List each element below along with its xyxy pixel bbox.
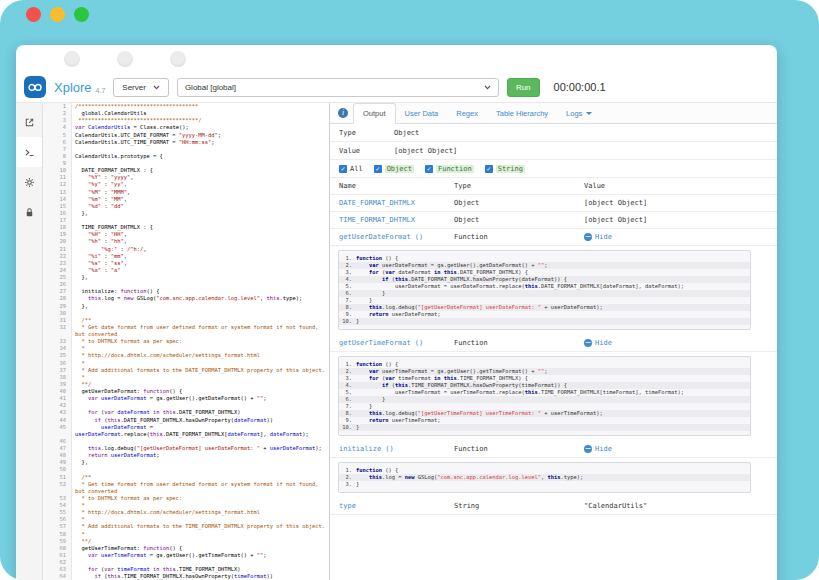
results-table-body: DATE_FORMAT_DHTMLXObject[object Object]T… xyxy=(330,195,777,515)
checkbox[interactable]: ✓ xyxy=(339,165,347,173)
editor-line: 12 "%y" : "yy", xyxy=(43,181,329,188)
editor-line: 10 DATE_FORMAT_DHTMLX : { xyxy=(43,167,329,174)
close-window-icon[interactable] xyxy=(26,7,41,22)
hide-link[interactable]: Hide xyxy=(595,339,612,347)
property-link[interactable]: initialize () xyxy=(339,445,394,453)
code-line: 6. } xyxy=(339,396,750,403)
open-new-window-icon[interactable] xyxy=(16,107,42,137)
terminal-icon[interactable] xyxy=(16,137,42,167)
editor-line: 31 /** xyxy=(43,317,329,324)
maximize-window-icon[interactable] xyxy=(74,7,89,22)
line-number: 4 xyxy=(43,124,72,131)
code-line: 1.function () { xyxy=(339,255,750,262)
line-code: * Get date format from user defined form… xyxy=(72,324,329,338)
line-number: 48 xyxy=(43,452,72,459)
editor-line: 16 }, xyxy=(43,210,329,217)
line-number: 34 xyxy=(43,345,72,352)
property-link[interactable]: getUserDateFormat () xyxy=(339,233,423,241)
tab-table-hierarchy[interactable]: Table Hierarchy xyxy=(487,103,557,123)
info-icon[interactable]: i xyxy=(338,108,348,118)
lock-icon[interactable] xyxy=(16,197,42,227)
line-code: "%Y" : "yyyy", xyxy=(72,174,329,181)
line-number: 25 xyxy=(43,274,72,281)
line-number: 40 xyxy=(43,388,72,395)
result-type-label: Type xyxy=(339,129,394,137)
hide-link[interactable]: Hide xyxy=(595,233,612,241)
line-code: for (var timeFormat in this.TIME_FORMAT_… xyxy=(72,566,329,573)
editor-line: 43 for (var dateFormat in this.DATE_FORM… xyxy=(43,409,329,416)
line-number: 51 xyxy=(43,474,72,481)
line-number: 31 xyxy=(43,317,72,324)
output-panel: Type Object Value [object Object] ✓All✓O… xyxy=(330,124,777,580)
scope-dropdown-button[interactable]: Server xyxy=(113,78,169,97)
tab-regex[interactable]: Regex xyxy=(447,103,487,123)
scope-select[interactable]: Global [global] xyxy=(177,78,499,97)
checkbox[interactable]: ✓ xyxy=(425,165,433,173)
code-line: 9. return userTimeFormat; xyxy=(339,417,750,424)
code-line: 5. userDateFormat = userDateFormat.repla… xyxy=(339,283,750,290)
line-code: var CalendarUtils = Class.create(); xyxy=(72,124,329,131)
property-link[interactable]: type xyxy=(339,502,356,510)
tab-bar: iOutputUser DataRegexTable HierarchyLogs xyxy=(330,103,777,124)
line-code: * to DHTMLX format as per spec: xyxy=(72,338,329,345)
editor-line: 36 * xyxy=(43,360,329,367)
hide-link[interactable]: Hide xyxy=(595,445,612,453)
checkbox[interactable]: ✓ xyxy=(485,165,493,173)
tab-logs[interactable]: Logs xyxy=(557,103,601,123)
code-line: 10.} xyxy=(339,318,750,325)
property-link[interactable]: DATE_FORMAT_DHTMLX xyxy=(339,199,415,207)
line-number: 14 xyxy=(43,196,72,203)
line-number: 56 xyxy=(43,516,72,523)
line-number: 30 xyxy=(43,310,72,317)
window-control-dot xyxy=(117,51,133,67)
property-type: Object xyxy=(454,216,584,224)
execution-timer: 00:00:00.1 xyxy=(554,81,606,93)
line-code: } xyxy=(356,297,750,304)
line-number: 9. xyxy=(339,311,356,318)
table-row: typeString"CalendarUtils" xyxy=(330,498,777,515)
settings-icon[interactable] xyxy=(16,167,42,197)
line-code: "%H" : "HH", xyxy=(72,231,329,238)
function-source-block: 1.function () {2. var userTimeFormat = g… xyxy=(338,356,751,436)
code-line: 3.} xyxy=(339,481,750,488)
line-number: 5 xyxy=(43,132,72,139)
code-line: 8. this.log.debug("[getUserDateFormat] u… xyxy=(339,304,750,311)
line-number: 9. xyxy=(339,417,356,424)
tab-user-data[interactable]: User Data xyxy=(396,103,448,123)
minimize-window-icon[interactable] xyxy=(50,7,65,22)
property-link[interactable]: getUserTimeFormat () xyxy=(339,339,423,347)
collapse-icon[interactable]: − xyxy=(584,445,592,453)
line-code: * xyxy=(72,502,329,509)
line-number: 54 xyxy=(43,502,72,509)
line-number: 37 xyxy=(43,367,72,374)
editor-line: 38 * xyxy=(43,374,329,381)
function-source-block: 1.function () {2. var userDateFormat = g… xyxy=(338,250,751,330)
line-code xyxy=(72,146,329,153)
line-code: userDateFormat = userDateFormat.replace(… xyxy=(356,283,750,290)
line-number: 3 xyxy=(43,117,72,124)
line-number: 32 xyxy=(43,324,72,338)
editor-line: 7 xyxy=(43,146,329,153)
line-number: 53 xyxy=(43,495,72,502)
code-editor[interactable]: 1/*************************************2… xyxy=(43,103,329,580)
line-code: "%d" : "dd" xyxy=(72,203,329,210)
editor-line: 51 /** xyxy=(43,474,329,481)
line-code: **/ xyxy=(72,381,329,388)
property-type: Function xyxy=(454,233,584,241)
collapse-icon[interactable]: − xyxy=(584,233,592,241)
line-number: 18 xyxy=(43,224,72,231)
editor-line: 40 getUserDateFormat: function() { xyxy=(43,388,329,395)
run-button[interactable]: Run xyxy=(507,78,540,97)
result-value-row: Value [object Object] xyxy=(330,142,777,160)
line-number: 8. xyxy=(339,304,356,311)
editor-line: 42 xyxy=(43,402,329,409)
editor-line: 5CalendarUtils.UTC_DATE_FORMAT = "yyyy-M… xyxy=(43,132,329,139)
tab-output[interactable]: Output xyxy=(353,103,396,124)
editor-line: 32 * Get date format from user defined f… xyxy=(43,324,329,338)
property-link[interactable]: TIME_FORMAT_DHTMLX xyxy=(339,216,415,224)
collapse-icon[interactable]: − xyxy=(584,339,592,347)
toolbar: Xplore 4.7 Server Global [global] Run 00… xyxy=(16,72,777,103)
editor-line: 11 "%Y" : "yyyy", xyxy=(43,174,329,181)
checkbox[interactable]: ✓ xyxy=(374,165,382,173)
table-row: getUserTimeFormat ()Function−Hide xyxy=(330,335,777,352)
